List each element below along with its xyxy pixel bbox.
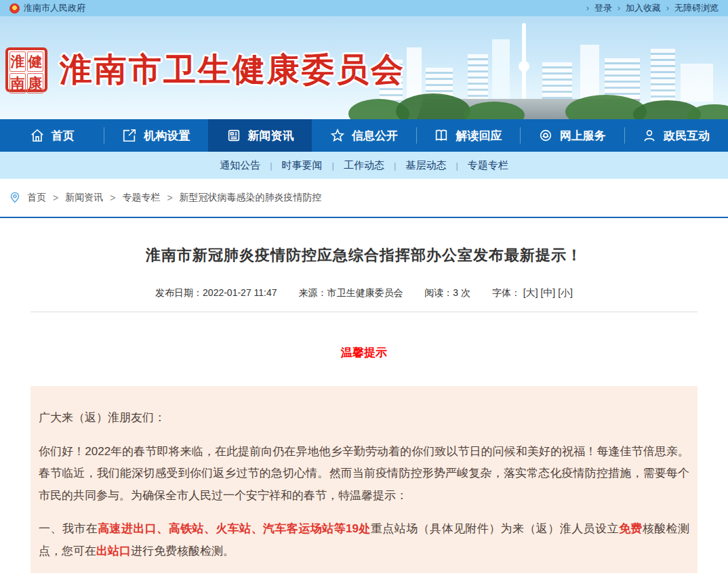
- subnav-item-current-news[interactable]: 时事要闻: [282, 159, 323, 172]
- home-icon: [30, 128, 45, 143]
- subnav-item-notices[interactable]: 通知公告: [220, 159, 260, 172]
- add-favorite-link[interactable]: 加入收藏: [626, 2, 661, 14]
- building-graphic: [492, 39, 510, 102]
- pipe-separator: |: [270, 161, 272, 171]
- article-meta: 发布日期：2022-01-27 11:47 来源：市卫生健康委员会 阅读：3 次…: [31, 287, 697, 312]
- pipe-separator: |: [456, 161, 458, 171]
- chevron-separator: ›: [618, 3, 620, 13]
- seal-char: 健: [27, 51, 43, 72]
- nav-item-services[interactable]: 网上服务: [520, 119, 624, 152]
- breadcrumb-separator: >: [110, 192, 115, 203]
- location-pin-icon: [9, 192, 20, 204]
- nav-item-interpret[interactable]: 解读回应: [416, 119, 520, 152]
- breadcrumb-current-page: 新型冠状病毒感染的肺炎疫情防控: [180, 192, 322, 204]
- subnav-item-work-updates[interactable]: 工作动态: [344, 159, 384, 172]
- font-size-large-button[interactable]: [大]: [523, 287, 538, 298]
- pipe-separator: |: [394, 161, 396, 171]
- tv-tower-graphic: [519, 61, 529, 72]
- top-links: › 登录 › 加入收藏 › 无障碍浏览: [586, 2, 719, 14]
- highlight-text: 免费: [619, 522, 643, 535]
- breadcrumb-separator: >: [53, 192, 58, 203]
- edit-icon: [122, 128, 137, 143]
- seal-char: 康: [27, 73, 43, 93]
- paragraph-item-1: 一、我市在高速进出口、高铁站、火车站、汽车客运场站等19处重点站场（具体见附件）…: [39, 518, 689, 562]
- article-source: 来源：市卫生健康委员会: [298, 287, 403, 298]
- breadcrumb-special-columns[interactable]: 专题专栏: [122, 192, 160, 204]
- book-icon: [434, 128, 449, 143]
- nav-item-news[interactable]: 新闻资讯: [208, 119, 312, 152]
- nav-label: 首页: [52, 128, 75, 144]
- nav-label: 网上服务: [560, 128, 606, 144]
- news-subnav: 通知公告 | 时事要闻 | 工作动态 | 基层动态 | 专题专栏: [0, 152, 728, 179]
- font-size-controls: 字体： [大] [中] [小]: [492, 287, 573, 298]
- highlight-text: 出站口: [96, 545, 131, 557]
- notice-heading: 温馨提示: [31, 345, 697, 360]
- paragraph-salutation: 广大来（返）淮朋友们：: [39, 407, 689, 429]
- main-nav: 首页 机构设置 新闻资讯 信息公开 解读回应 网上服务 政民互动: [0, 119, 728, 152]
- nav-label: 政民互动: [664, 128, 710, 144]
- breadcrumb-home[interactable]: 首页: [27, 192, 46, 204]
- subnav-item-special-columns[interactable]: 专题专栏: [468, 159, 508, 172]
- subnav-item-grassroots[interactable]: 基层动态: [405, 159, 446, 172]
- seal-char: 南: [9, 73, 26, 93]
- article-body: 广大来（返）淮朋友们： 你们好！2022年的春节即将来临，在此提前向仍在异地他乡…: [31, 386, 697, 573]
- headset-icon: [538, 128, 553, 143]
- publish-date: 发布日期：2022-01-27 11:47: [155, 287, 277, 298]
- gov-portal-label: 淮南市人民政府: [24, 2, 85, 14]
- star-icon: [330, 128, 345, 143]
- news-icon: [226, 128, 241, 143]
- nav-item-org[interactable]: 机构设置: [104, 119, 207, 152]
- view-count: 阅读：3 次: [424, 287, 470, 298]
- nav-item-interaction[interactable]: 政民互动: [624, 119, 728, 152]
- top-utility-bar: 淮南市人民政府 › 登录 › 加入收藏 › 无障碍浏览: [0, 0, 728, 16]
- national-emblem-icon: [9, 3, 20, 14]
- site-title: 淮南市卫生健康委员会: [60, 48, 405, 91]
- agency-seal-logo: 淮 健 南 康: [5, 47, 47, 92]
- nav-label: 机构设置: [144, 128, 190, 144]
- font-size-label: 字体：: [492, 287, 521, 298]
- highlight-text: 高速进出口、高铁站、火车站、汽车客运场站等19处: [98, 522, 371, 535]
- font-size-small-button[interactable]: [小]: [558, 287, 573, 298]
- nav-label: 信息公开: [352, 128, 398, 144]
- pipe-separator: |: [332, 161, 334, 171]
- gov-portal-link[interactable]: 淮南市人民政府: [9, 2, 85, 14]
- article-title: 淮南市新冠肺炎疫情防控应急综合指挥部办公室发布最新提示！: [31, 245, 697, 266]
- trees-graphic: [348, 93, 728, 119]
- article-content: 淮南市新冠肺炎疫情防控应急综合指挥部办公室发布最新提示！ 发布日期：2022-0…: [0, 245, 728, 573]
- nav-label: 解读回应: [456, 128, 502, 144]
- paragraph-intro: 你们好！2022年的春节即将来临，在此提前向仍在异地他乡辛勤劳动着的你们致以节日…: [39, 441, 689, 507]
- nav-item-info[interactable]: 信息公开: [312, 119, 416, 152]
- breadcrumb: 首页 > 新闻资讯 > 专题专栏 > 新型冠状病毒感染的肺炎疫情防控: [0, 179, 728, 218]
- chevron-separator: ›: [586, 3, 589, 13]
- login-link[interactable]: 登录: [594, 2, 612, 14]
- site-banner: 淮 健 南 康 淮南市卫生健康委员会: [0, 16, 728, 119]
- breadcrumb-separator: >: [167, 192, 172, 203]
- site-brand: 淮 健 南 康 淮南市卫生健康委员会: [5, 47, 405, 92]
- seal-char: 淮: [9, 51, 26, 72]
- nav-item-home[interactable]: 首页: [0, 119, 104, 152]
- person-icon: [642, 128, 657, 143]
- chevron-separator: ›: [666, 3, 669, 13]
- accessibility-link[interactable]: 无障碍浏览: [674, 2, 719, 14]
- nav-label: 新闻资讯: [248, 128, 294, 144]
- breadcrumb-news[interactable]: 新闻资讯: [65, 192, 103, 204]
- font-size-medium-button[interactable]: [中]: [540, 287, 555, 298]
